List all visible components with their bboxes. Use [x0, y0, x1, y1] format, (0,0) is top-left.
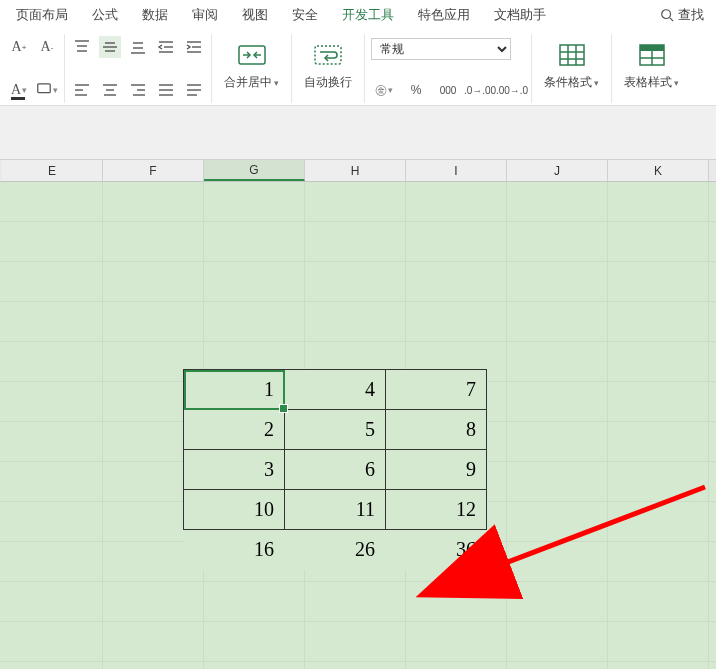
sum-cell[interactable]: 36	[386, 530, 487, 570]
svg-point-0	[662, 10, 671, 19]
tab-special-apps[interactable]: 特色应用	[406, 0, 482, 30]
comma-button[interactable]: 000	[435, 79, 461, 101]
ribbon-group-cond: 条件格式▾	[532, 34, 612, 103]
font-color-button[interactable]: A▾	[8, 79, 30, 101]
tab-doc-assistant[interactable]: 文档助手	[482, 0, 558, 30]
sum-row: 16 26 36	[184, 530, 487, 570]
sum-cell[interactable]: 26	[285, 530, 386, 570]
cell[interactable]: 10	[184, 490, 285, 530]
merge-icon	[238, 43, 266, 67]
tab-page-layout[interactable]: 页面布局	[4, 0, 80, 30]
number-format-select[interactable]: 常规	[371, 38, 511, 60]
decrease-indent-button[interactable]	[155, 36, 177, 58]
chevron-down-icon: ▾	[594, 78, 599, 88]
search-button[interactable]: 查找	[652, 6, 712, 24]
align-center-button[interactable]	[99, 79, 121, 101]
wrap-label: 自动换行	[304, 74, 352, 91]
svg-line-1	[670, 18, 674, 22]
ribbon-group-wrap: 自动换行	[292, 34, 365, 103]
ribbon-group-merge: 合并居中▾	[212, 34, 292, 103]
cell[interactable]: 3	[184, 450, 285, 490]
align-middle-button[interactable]	[99, 36, 121, 58]
ribbon-toolbar: A+ A- A▾ ▾ 合并居中▾	[0, 30, 716, 106]
decrease-decimal-button[interactable]: .00→.0	[499, 79, 525, 101]
col-header-j[interactable]: J	[507, 160, 608, 181]
wrap-text-button[interactable]: 自动换行	[298, 36, 358, 95]
cond-format-label: 条件格式	[544, 74, 592, 91]
increase-decimal-button[interactable]: .0→.00	[467, 79, 493, 101]
cell[interactable]: 7	[386, 370, 487, 410]
ribbon-group-tablestyle: 表格样式▾	[612, 34, 691, 103]
align-top-button[interactable]	[71, 36, 93, 58]
svg-rect-37	[560, 45, 584, 65]
percent-button[interactable]: %	[403, 79, 429, 101]
align-justify-button[interactable]	[155, 79, 177, 101]
col-header-i[interactable]: I	[406, 160, 507, 181]
fill-color-button[interactable]: ▾	[36, 79, 58, 101]
align-distribute-button[interactable]	[183, 79, 205, 101]
tab-view[interactable]: 视图	[230, 0, 280, 30]
data-table: 1 4 7 2 5 8 3 6 9 10 11 12 16 26	[183, 369, 487, 570]
tab-formula[interactable]: 公式	[80, 0, 130, 30]
wrap-icon	[314, 43, 342, 67]
cell[interactable]: 8	[386, 410, 487, 450]
merge-label: 合并居中	[224, 74, 272, 91]
cell[interactable]: 6	[285, 450, 386, 490]
toolbar-gap	[0, 106, 716, 160]
tab-review[interactable]: 审阅	[180, 0, 230, 30]
merge-center-button[interactable]: 合并居中▾	[218, 36, 285, 95]
menu-tabs: 页面布局 公式 数据 审阅 视图 安全 开发工具 特色应用 文档助手 查找	[0, 0, 716, 30]
svg-rect-43	[640, 45, 664, 51]
chevron-down-icon: ▾	[274, 78, 279, 88]
cell[interactable]: 12	[386, 490, 487, 530]
search-icon	[660, 8, 674, 22]
table-style-label: 表格样式	[624, 74, 672, 91]
align-bottom-button[interactable]	[127, 36, 149, 58]
spreadsheet: E F G H I J K // rows drawn below via CS…	[0, 160, 716, 669]
grid-icon	[558, 43, 586, 67]
cell-g-active[interactable]: 1	[184, 370, 285, 410]
ribbon-group-align	[65, 34, 212, 103]
table-style-icon	[638, 43, 666, 67]
cell[interactable]: 5	[285, 410, 386, 450]
table-row: 3 6 9	[184, 450, 487, 490]
align-left-button[interactable]	[71, 79, 93, 101]
tab-security[interactable]: 安全	[280, 0, 330, 30]
increase-font-button[interactable]: A+	[8, 36, 30, 58]
decrease-font-button[interactable]: A-	[36, 36, 58, 58]
tab-data[interactable]: 数据	[130, 0, 180, 30]
svg-rect-33	[239, 46, 265, 64]
col-header-k[interactable]: K	[608, 160, 709, 181]
table-style-button[interactable]: 表格样式▾	[618, 36, 685, 95]
col-header-h[interactable]: H	[305, 160, 406, 181]
cell[interactable]: 4	[285, 370, 386, 410]
col-header-f[interactable]: F	[103, 160, 204, 181]
col-header-g[interactable]: G	[204, 160, 305, 181]
table-row: 10 11 12	[184, 490, 487, 530]
currency-button[interactable]: ㊎▾	[371, 79, 397, 101]
sum-cell[interactable]: 16	[184, 530, 285, 570]
search-label: 查找	[678, 6, 704, 24]
svg-rect-2	[38, 84, 50, 93]
table-row: 2 5 8	[184, 410, 487, 450]
conditional-format-button[interactable]: 条件格式▾	[538, 36, 605, 95]
cell-grid[interactable]: // rows drawn below via CSS repeating gr…	[0, 182, 716, 669]
chevron-down-icon: ▾	[674, 78, 679, 88]
increase-indent-button[interactable]	[183, 36, 205, 58]
col-header-e[interactable]: E	[2, 160, 103, 181]
align-right-button[interactable]	[127, 79, 149, 101]
ribbon-group-font: A+ A- A▾ ▾	[2, 34, 65, 103]
cell[interactable]: 2	[184, 410, 285, 450]
column-headers: E F G H I J K	[0, 160, 716, 182]
tab-dev-tools[interactable]: 开发工具	[330, 0, 406, 30]
ribbon-group-number: 常规 ㊎▾ % 000 .0→.00 .00→.0	[365, 34, 532, 103]
table-row: 1 4 7	[184, 370, 487, 410]
cell[interactable]: 11	[285, 490, 386, 530]
cell[interactable]: 9	[386, 450, 487, 490]
